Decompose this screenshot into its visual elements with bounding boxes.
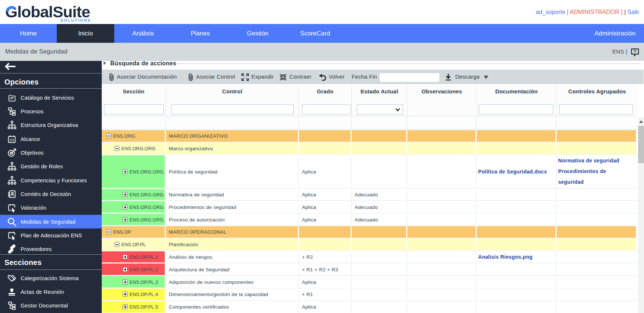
svg-text:?: ?	[634, 49, 636, 54]
